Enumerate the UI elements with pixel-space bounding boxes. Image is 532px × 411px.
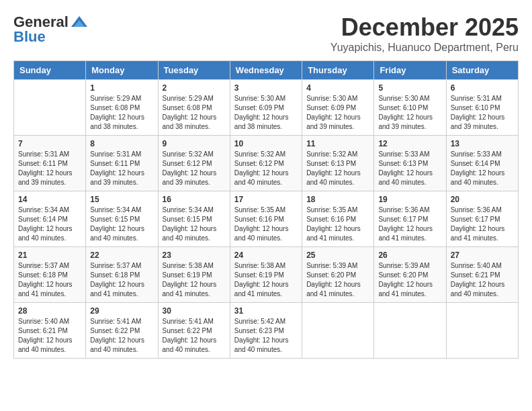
- calendar-cell: 31Sunrise: 5:42 AM Sunset: 6:23 PM Dayli…: [230, 303, 302, 359]
- logo: General Blue: [13, 13, 90, 46]
- calendar-cell: 29Sunrise: 5:41 AM Sunset: 6:22 PM Dayli…: [86, 303, 158, 359]
- calendar-week-row: 14Sunrise: 5:34 AM Sunset: 6:14 PM Dayli…: [14, 191, 519, 247]
- day-info: Sunrise: 5:30 AM Sunset: 6:09 PM Dayligh…: [234, 94, 298, 132]
- day-number: 14: [18, 195, 81, 204]
- day-number: 4: [306, 83, 369, 93]
- day-info: Sunrise: 5:31 AM Sunset: 6:11 PM Dayligh…: [18, 150, 81, 187]
- day-info: Sunrise: 5:30 AM Sunset: 6:09 PM Dayligh…: [306, 94, 369, 132]
- calendar-cell: 23Sunrise: 5:38 AM Sunset: 6:19 PM Dayli…: [158, 247, 230, 303]
- day-number: 17: [234, 195, 298, 204]
- day-info: Sunrise: 5:30 AM Sunset: 6:10 PM Dayligh…: [378, 94, 441, 132]
- calendar-cell: 14Sunrise: 5:34 AM Sunset: 6:14 PM Dayli…: [14, 191, 86, 247]
- day-info: Sunrise: 5:33 AM Sunset: 6:13 PM Dayligh…: [378, 150, 441, 187]
- day-info: Sunrise: 5:37 AM Sunset: 6:18 PM Dayligh…: [18, 261, 81, 299]
- day-info: Sunrise: 5:39 AM Sunset: 6:20 PM Dayligh…: [306, 261, 369, 299]
- title-area: December 2025 Yuyapichis, Huanuco Depart…: [330, 13, 519, 54]
- calendar-week-row: 7Sunrise: 5:31 AM Sunset: 6:11 PM Daylig…: [14, 136, 519, 191]
- day-number: 19: [378, 195, 441, 204]
- day-number: 24: [234, 250, 298, 260]
- calendar-cell: 5Sunrise: 5:30 AM Sunset: 6:10 PM Daylig…: [374, 80, 446, 136]
- calendar-cell: 20Sunrise: 5:36 AM Sunset: 6:17 PM Dayli…: [446, 191, 518, 247]
- day-info: Sunrise: 5:41 AM Sunset: 6:22 PM Dayligh…: [90, 317, 153, 355]
- month-title: December 2025: [330, 13, 519, 42]
- day-info: Sunrise: 5:31 AM Sunset: 6:11 PM Dayligh…: [90, 150, 153, 187]
- day-number: 8: [90, 139, 153, 148]
- calendar-cell: 4Sunrise: 5:30 AM Sunset: 6:09 PM Daylig…: [302, 80, 374, 136]
- day-info: Sunrise: 5:35 AM Sunset: 6:16 PM Dayligh…: [234, 205, 298, 243]
- calendar: SundayMondayTuesdayWednesdayThursdayFrid…: [13, 60, 519, 359]
- day-info: Sunrise: 5:37 AM Sunset: 6:18 PM Dayligh…: [90, 261, 153, 299]
- day-info: Sunrise: 5:32 AM Sunset: 6:13 PM Dayligh…: [306, 150, 369, 187]
- calendar-cell: 28Sunrise: 5:40 AM Sunset: 6:21 PM Dayli…: [14, 303, 86, 359]
- day-number: 10: [234, 139, 298, 148]
- day-number: 11: [306, 139, 369, 148]
- calendar-day-header: Wednesday: [230, 61, 302, 80]
- calendar-cell: [374, 303, 446, 359]
- calendar-cell: 21Sunrise: 5:37 AM Sunset: 6:18 PM Dayli…: [14, 247, 86, 303]
- calendar-header-row: SundayMondayTuesdayWednesdayThursdayFrid…: [14, 61, 519, 80]
- day-info: Sunrise: 5:40 AM Sunset: 6:21 PM Dayligh…: [18, 317, 81, 355]
- day-info: Sunrise: 5:31 AM Sunset: 6:10 PM Dayligh…: [451, 94, 514, 132]
- day-info: Sunrise: 5:41 AM Sunset: 6:22 PM Dayligh…: [163, 317, 226, 355]
- calendar-day-header: Tuesday: [158, 61, 230, 80]
- day-number: 23: [163, 250, 226, 260]
- calendar-cell: 25Sunrise: 5:39 AM Sunset: 6:20 PM Dayli…: [302, 247, 374, 303]
- calendar-day-header: Monday: [86, 61, 158, 80]
- calendar-cell: 17Sunrise: 5:35 AM Sunset: 6:16 PM Dayli…: [230, 191, 302, 247]
- day-number: 30: [163, 306, 226, 316]
- calendar-cell: 3Sunrise: 5:30 AM Sunset: 6:09 PM Daylig…: [230, 80, 302, 136]
- day-number: 5: [378, 83, 441, 93]
- day-number: 15: [90, 195, 153, 204]
- day-info: Sunrise: 5:29 AM Sunset: 6:08 PM Dayligh…: [90, 94, 153, 132]
- day-number: 21: [18, 250, 81, 260]
- calendar-day-header: Friday: [374, 61, 446, 80]
- calendar-cell: 27Sunrise: 5:40 AM Sunset: 6:21 PM Dayli…: [446, 247, 518, 303]
- day-info: Sunrise: 5:36 AM Sunset: 6:17 PM Dayligh…: [451, 205, 514, 243]
- day-info: Sunrise: 5:32 AM Sunset: 6:12 PM Dayligh…: [163, 150, 226, 187]
- day-number: 16: [163, 195, 226, 204]
- day-info: Sunrise: 5:42 AM Sunset: 6:23 PM Dayligh…: [234, 317, 298, 355]
- day-number: 3: [234, 83, 298, 93]
- day-info: Sunrise: 5:38 AM Sunset: 6:19 PM Dayligh…: [163, 261, 226, 299]
- day-number: 1: [90, 83, 153, 93]
- calendar-cell: 6Sunrise: 5:31 AM Sunset: 6:10 PM Daylig…: [446, 80, 518, 136]
- calendar-cell: 8Sunrise: 5:31 AM Sunset: 6:11 PM Daylig…: [86, 136, 158, 191]
- day-info: Sunrise: 5:34 AM Sunset: 6:15 PM Dayligh…: [163, 205, 226, 243]
- calendar-cell: 30Sunrise: 5:41 AM Sunset: 6:22 PM Dayli…: [158, 303, 230, 359]
- logo-blue-text: Blue: [13, 28, 46, 46]
- calendar-cell: 15Sunrise: 5:34 AM Sunset: 6:15 PM Dayli…: [86, 191, 158, 247]
- calendar-cell: [302, 303, 374, 359]
- calendar-cell: 2Sunrise: 5:29 AM Sunset: 6:08 PM Daylig…: [158, 80, 230, 136]
- calendar-cell: 1Sunrise: 5:29 AM Sunset: 6:08 PM Daylig…: [86, 80, 158, 136]
- day-number: 20: [451, 195, 514, 204]
- day-number: 26: [378, 250, 441, 260]
- calendar-week-row: 21Sunrise: 5:37 AM Sunset: 6:18 PM Dayli…: [14, 247, 519, 303]
- day-number: 27: [451, 250, 514, 260]
- day-info: Sunrise: 5:29 AM Sunset: 6:08 PM Dayligh…: [163, 94, 226, 132]
- calendar-day-header: Saturday: [446, 61, 518, 80]
- calendar-week-row: 1Sunrise: 5:29 AM Sunset: 6:08 PM Daylig…: [14, 80, 519, 136]
- day-info: Sunrise: 5:33 AM Sunset: 6:14 PM Dayligh…: [451, 150, 514, 187]
- day-info: Sunrise: 5:40 AM Sunset: 6:21 PM Dayligh…: [451, 261, 514, 299]
- day-info: Sunrise: 5:35 AM Sunset: 6:16 PM Dayligh…: [306, 205, 369, 243]
- logo-icon: [70, 15, 89, 30]
- day-number: 18: [306, 195, 369, 204]
- day-number: 29: [90, 306, 153, 316]
- calendar-day-header: Thursday: [302, 61, 374, 80]
- calendar-cell: 11Sunrise: 5:32 AM Sunset: 6:13 PM Dayli…: [302, 136, 374, 191]
- location-title: Yuyapichis, Huanuco Department, Peru: [330, 42, 519, 54]
- calendar-week-row: 28Sunrise: 5:40 AM Sunset: 6:21 PM Dayli…: [14, 303, 519, 359]
- calendar-cell: 22Sunrise: 5:37 AM Sunset: 6:18 PM Dayli…: [86, 247, 158, 303]
- calendar-cell: 24Sunrise: 5:38 AM Sunset: 6:19 PM Dayli…: [230, 247, 302, 303]
- day-number: 6: [451, 83, 514, 93]
- day-info: Sunrise: 5:34 AM Sunset: 6:14 PM Dayligh…: [18, 205, 81, 243]
- day-info: Sunrise: 5:38 AM Sunset: 6:19 PM Dayligh…: [234, 261, 298, 299]
- day-number: 12: [378, 139, 441, 148]
- day-number: 31: [234, 306, 298, 316]
- calendar-cell: 10Sunrise: 5:32 AM Sunset: 6:12 PM Dayli…: [230, 136, 302, 191]
- day-info: Sunrise: 5:34 AM Sunset: 6:15 PM Dayligh…: [90, 205, 153, 243]
- day-info: Sunrise: 5:36 AM Sunset: 6:17 PM Dayligh…: [378, 205, 441, 243]
- day-number: 7: [18, 139, 81, 148]
- calendar-cell: [446, 303, 518, 359]
- day-number: 22: [90, 250, 153, 260]
